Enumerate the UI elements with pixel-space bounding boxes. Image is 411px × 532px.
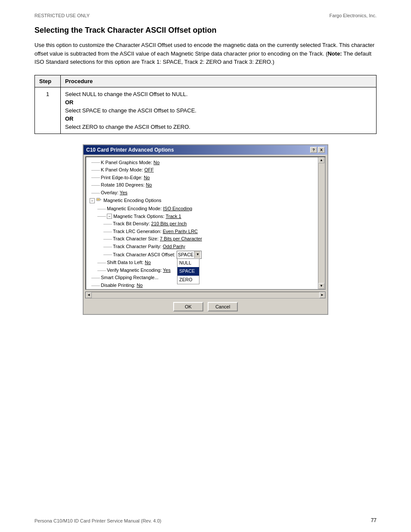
table-row: 1 Select NULL to change the ASCII Offset…: [35, 87, 377, 134]
expand-icon[interactable]: −: [90, 198, 95, 203]
page-footer: Persona C10/M10 ID Card Printer Service …: [34, 517, 377, 523]
list-item: —— Smart Clipping Rectangle...: [91, 274, 317, 282]
step-number: 1: [35, 87, 61, 134]
body-text: Use this option to customize the Charact…: [34, 41, 377, 66]
list-item-ascii-offset: —— Track Character ASCII Offset: SPACE ▼…: [103, 251, 317, 259]
list-item: —— Overlay: Yes: [91, 189, 317, 197]
list-item: —— K Panel Graphics Mode: No: [91, 159, 317, 167]
dropdown-popup: NULL SPACE ZERO: [177, 258, 199, 285]
list-item: —— Track LRC Generation: Even Parity LRC: [103, 228, 317, 236]
dropdown-option-zero[interactable]: ZERO: [177, 276, 199, 284]
step-line-2: Select SPACE to change the ASCII Offset …: [65, 107, 372, 114]
list-item: —— Rotate 180 Degrees: No: [91, 181, 317, 189]
dialog-titlebar: C10 Card Printer Advanced Options ? X: [84, 145, 327, 155]
list-item: —— Magnetic Encoding Mode: ISO Encoding: [97, 205, 317, 213]
dialog-body: —— K Panel Graphics Mode: No —— K Panel …: [85, 156, 326, 290]
scroll-right-arrow[interactable]: ►: [319, 292, 325, 298]
col-header-step: Step: [35, 75, 61, 87]
dialog-content: —— K Panel Graphics Mode: No —— K Panel …: [86, 157, 325, 290]
list-item: —— Track Bit Density: 210 Bits per Inch: [103, 220, 317, 228]
list-item: —— Track Character Parity: Odd Parity: [103, 243, 317, 251]
key-icon: [96, 196, 102, 205]
dropdown-value: SPACE: [178, 251, 193, 259]
vertical-scrollbar[interactable]: ▲ ▼: [318, 157, 325, 289]
dropdown-arrow-icon[interactable]: ▼: [194, 251, 200, 258]
list-item: —— K Panel Only Mode: OFF: [91, 166, 317, 174]
col-header-procedure: Procedure: [61, 75, 377, 87]
step-line-3: Select ZERO to change the ASCII Offset t…: [65, 124, 372, 130]
dropdown-option-space[interactable]: SPACE: [177, 267, 199, 276]
step-content: Select NULL to change the ASCII Offset t…: [61, 87, 377, 134]
help-button[interactable]: ?: [310, 147, 317, 153]
ok-button[interactable]: OK: [173, 302, 203, 311]
footer-left: Persona C10/M10 ID Card Printer Service …: [34, 518, 161, 523]
scroll-left-arrow[interactable]: ◄: [86, 292, 92, 298]
cancel-button[interactable]: Cancel: [208, 302, 238, 311]
dialog-footer: OK Cancel: [84, 299, 327, 314]
close-button[interactable]: X: [318, 147, 325, 153]
header-left: RESTRICTED USE ONLY: [34, 13, 90, 18]
scroll-down-arrow[interactable]: ▼: [318, 283, 324, 289]
list-item: —— Verify Magnetic Encoding: Yes: [97, 267, 317, 274]
step-or-1: OR: [65, 99, 372, 106]
list-item-track: —— − Magnetic Track Options: Track 1: [97, 213, 317, 221]
scroll-up-arrow[interactable]: ▲: [318, 157, 324, 163]
list-item: —— Track Character Size: 7 Bits per Char…: [103, 235, 317, 243]
dialog-wrapper: C10 Card Printer Advanced Options ? X ——…: [34, 144, 377, 315]
dropdown-option-null[interactable]: NULL: [177, 259, 199, 268]
header-right: Fargo Electronics, Inc.: [330, 13, 377, 18]
procedure-table: Step Procedure 1 Select NULL to change t…: [34, 75, 377, 134]
section-title: Selecting the Track Character ASCII Offs…: [34, 26, 377, 35]
step-or-2: OR: [65, 115, 372, 122]
dialog: C10 Card Printer Advanced Options ? X ——…: [83, 144, 328, 315]
scroll-track-v: [318, 163, 325, 283]
ascii-offset-dropdown[interactable]: SPACE ▼ NULL SPACE ZERO: [177, 251, 202, 259]
titlebar-buttons: ? X: [310, 147, 325, 153]
list-item-magnetic: − Magnetic Encoding Options: [90, 196, 317, 205]
list-item: —— Print Edge-to-Edge: No: [91, 174, 317, 182]
step-line-1: Select NULL to change the ASCII Offset t…: [65, 91, 372, 97]
page-number: 77: [371, 517, 377, 523]
track-expand-icon[interactable]: −: [107, 214, 112, 219]
horizontal-scrollbar[interactable]: ◄ ►: [85, 292, 326, 299]
list-item: —— Disable Printing: No: [91, 282, 317, 289]
list-item: —— Shift Data to Left: No: [97, 259, 317, 267]
svg-rect-1: [97, 199, 100, 200]
dialog-title: C10 Card Printer Advanced Options: [86, 147, 174, 153]
